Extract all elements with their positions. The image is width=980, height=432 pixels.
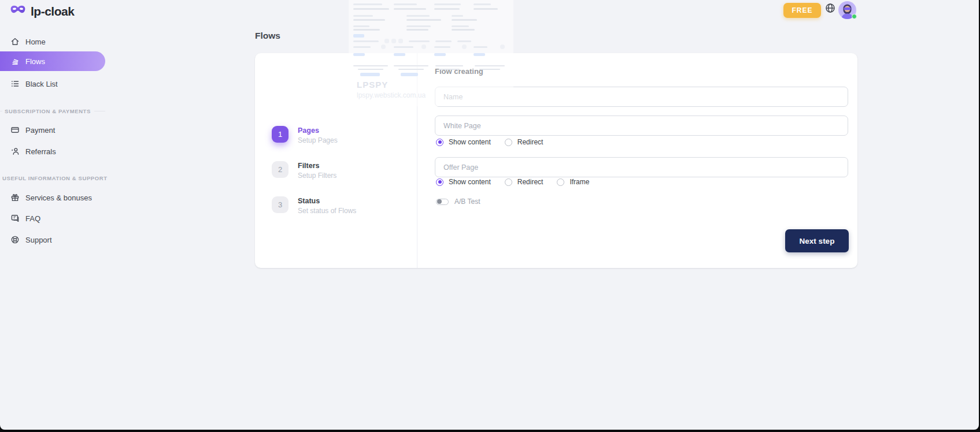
radio-offer-redirect[interactable]: Redirect [505, 178, 543, 186]
sidebar: lp-cloak Home Flows [0, 0, 116, 430]
plan-free-badge[interactable]: FREE [783, 3, 821, 18]
offer-page-mode-radios: Show content Redirect Iframe [436, 178, 589, 186]
step-subtitle: Setup Filters [298, 172, 336, 180]
step-number-badge: 1 [272, 126, 289, 143]
flows-stack-icon [10, 57, 20, 66]
step-status[interactable]: 3 Status Set status of Flows [272, 196, 356, 215]
gift-icon [10, 193, 20, 202]
language-globe-icon[interactable] [825, 3, 835, 13]
sidebar-item-label: Black List [25, 80, 58, 88]
radio-white-show-content[interactable]: Show content [436, 138, 491, 146]
ab-test-toggle-row: A/B Test [436, 198, 480, 206]
step-title: Status [298, 197, 356, 205]
page-title: Flows [255, 31, 280, 41]
radio-circle [505, 139, 512, 146]
radio-offer-iframe[interactable]: Iframe [557, 178, 589, 186]
sidebar-item-faq[interactable]: FAQ [0, 210, 105, 227]
ab-test-toggle[interactable] [436, 199, 449, 205]
radio-label: Show content [449, 178, 491, 186]
radio-label: Iframe [569, 178, 589, 186]
sidebar-item-label: Payment [25, 126, 55, 135]
home-icon [10, 37, 20, 46]
flow-creating-card: 1 Pages Setup Pages 2 Filters Setup Filt… [255, 53, 857, 268]
step-subtitle: Setup Pages [298, 136, 338, 144]
faq-bubble-icon [10, 214, 20, 223]
radio-circle [436, 178, 443, 186]
sidebar-item-home[interactable]: Home [0, 33, 105, 50]
step-number-badge: 3 [272, 196, 289, 213]
sidebar-item-referrals[interactable]: Referrals [0, 143, 105, 160]
section-title: SUBSCRIPTION & PAYMENTS [2, 108, 94, 114]
sidebar-item-support[interactable]: Support [0, 231, 105, 248]
white-page-mode-radios: Show content Redirect [436, 138, 543, 146]
radio-circle [436, 139, 443, 146]
sidebar-item-label: FAQ [25, 214, 40, 223]
app-window: lp-cloak Home Flows [0, 0, 979, 430]
step-subtitle: Set status of Flows [298, 207, 356, 215]
offer-page-input[interactable] [435, 157, 848, 177]
sidebar-item-flows[interactable]: Flows [0, 51, 105, 71]
radio-white-redirect[interactable]: Redirect [505, 138, 543, 146]
credit-card-icon [10, 125, 20, 135]
radio-circle [557, 178, 564, 186]
sidebar-item-label: Home [25, 38, 46, 46]
mask-logo-icon [9, 3, 27, 20]
referral-person-icon [10, 147, 20, 156]
user-avatar[interactable] [838, 1, 856, 19]
form-title: Flow creating [435, 67, 483, 76]
step-title: Filters [298, 162, 336, 170]
radio-label: Show content [449, 138, 491, 146]
brand-name: lp-cloak [31, 5, 74, 18]
step-number-badge: 2 [272, 161, 289, 178]
support-icon [10, 235, 20, 244]
step-filters[interactable]: 2 Filters Setup Filters [272, 161, 336, 180]
sidebar-item-black-list[interactable]: Black List [0, 75, 105, 92]
sidebar-section-subscription: SUBSCRIPTION & PAYMENTS [0, 107, 105, 115]
radio-offer-show-content[interactable]: Show content [436, 178, 491, 186]
sidebar-section-support: USEFUL INFORMATION & SUPPORT [0, 174, 105, 182]
brand-logo[interactable]: lp-cloak [9, 3, 74, 20]
online-status-dot [852, 14, 857, 19]
list-icon [10, 79, 20, 88]
step-title: Pages [298, 126, 338, 135]
sidebar-item-label: Flows [25, 57, 45, 66]
radio-circle [505, 178, 512, 186]
radio-label: Redirect [517, 178, 543, 186]
section-title: USEFUL INFORMATION & SUPPORT [0, 175, 111, 181]
name-input[interactable] [435, 87, 848, 107]
next-step-button[interactable]: Next step [785, 229, 849, 252]
step-pages[interactable]: 1 Pages Setup Pages [272, 126, 338, 144]
radio-label: Redirect [517, 138, 543, 146]
ab-test-label: A/B Test [454, 198, 480, 206]
sidebar-item-services[interactable]: Services & bonuses [0, 189, 105, 206]
sidebar-item-label: Support [25, 236, 52, 244]
sidebar-item-label: Referrals [25, 147, 56, 156]
white-page-input[interactable] [435, 116, 848, 136]
toggle-knob [437, 199, 442, 204]
card-divider [417, 53, 417, 268]
sidebar-item-label: Services & bonuses [25, 193, 92, 202]
sidebar-item-payment[interactable]: Payment [0, 121, 105, 139]
